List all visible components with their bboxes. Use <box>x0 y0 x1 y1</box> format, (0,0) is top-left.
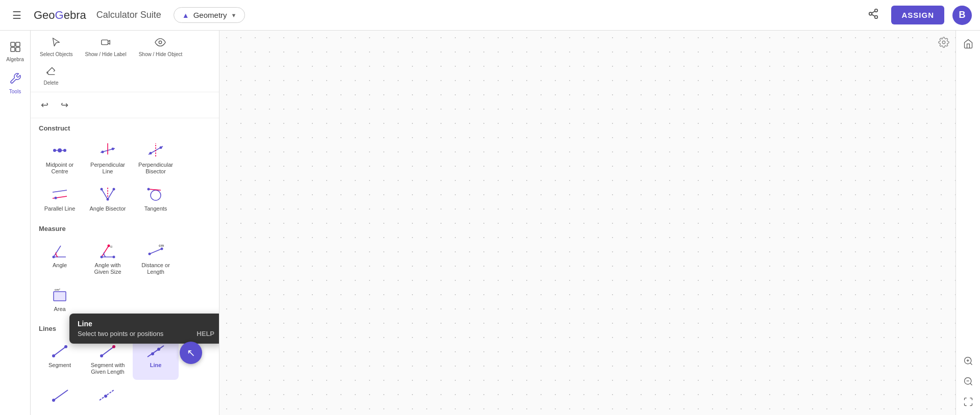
segment-tool[interactable]: Segment <box>37 338 83 379</box>
select-icon <box>51 37 62 50</box>
svg-rect-5 <box>11 42 15 46</box>
select-label: Select Objects <box>40 51 72 57</box>
svg-point-37 <box>53 255 55 258</box>
svg-point-21 <box>150 152 152 154</box>
eraser-icon <box>45 65 57 79</box>
area-label: Area <box>54 306 65 313</box>
angle-label: Angle <box>53 262 67 269</box>
segment-given-length-tool[interactable]: Segment with Given Length <box>85 338 131 379</box>
svg-line-70 <box>970 383 972 385</box>
svg-point-41 <box>113 255 115 258</box>
svg-point-31 <box>113 188 115 191</box>
midpoint-centre-tool[interactable]: Midpoint or Centre <box>37 137 83 179</box>
svg-point-32 <box>151 190 161 200</box>
tangents-label: Tangents <box>144 205 167 212</box>
svg-line-27 <box>108 189 114 199</box>
svg-point-51 <box>52 354 55 357</box>
svg-line-36 <box>54 246 61 257</box>
zoom-out-button[interactable] <box>959 372 977 391</box>
select-objects-tool[interactable]: Select Objects <box>36 35 77 59</box>
svg-rect-8 <box>16 47 20 51</box>
svg-rect-6 <box>16 42 20 46</box>
svg-line-60 <box>54 390 68 400</box>
construct-tools-grid: Midpoint or Centre Perpendicular Line <box>31 135 219 219</box>
midpoint-centre-label: Midpoint or Centre <box>40 162 80 175</box>
help-link[interactable]: HELP <box>197 330 214 338</box>
canvas-grid <box>219 31 955 415</box>
svg-line-53 <box>102 347 114 356</box>
angle-bisector-tool[interactable]: Angle Bisector <box>85 181 131 216</box>
svg-point-10 <box>159 41 162 44</box>
show-hide-object-label: Show / Hide Object <box>139 51 183 57</box>
svg-point-30 <box>101 188 103 191</box>
angle-bisector-label: Angle Bisector <box>90 205 126 212</box>
svg-line-66 <box>970 363 972 365</box>
svg-point-42 <box>108 244 110 247</box>
algebra-label: Algebra <box>6 57 23 62</box>
angle-given-size-tool[interactable]: α Angle with Given Size <box>85 238 131 279</box>
svg-point-17 <box>102 151 104 153</box>
geometry-label: Geometry <box>193 11 227 19</box>
perpendicular-bisector-label: Perpendicular Bisector <box>136 162 176 175</box>
svg-point-22 <box>160 146 162 149</box>
assign-button[interactable]: ASSIGN <box>891 6 944 24</box>
geometry-button[interactable]: ▲ Geometry ▼ <box>174 7 246 23</box>
sidebar-item-tools[interactable]: Tools <box>2 68 29 98</box>
angle-given-size-label: Angle with Given Size <box>88 262 128 275</box>
menu-icon[interactable]: ☰ <box>8 5 26 25</box>
svg-line-57 <box>148 346 164 357</box>
tools-icon <box>9 72 21 88</box>
zoom-in-button[interactable] <box>959 352 977 370</box>
perpendicular-bisector-tool[interactable]: Perpendicular Bisector <box>133 137 179 179</box>
tangents-tool[interactable]: Tangents <box>133 181 179 216</box>
svg-point-63 <box>104 395 107 398</box>
svg-text:cm: cm <box>159 244 164 247</box>
segment-label: Segment <box>48 362 71 369</box>
line-label: Line <box>150 362 162 369</box>
canvas-area[interactable] <box>219 31 955 415</box>
tooltip-popup: Line Select two points or positions HELP <box>69 314 219 344</box>
chevron-down-icon: ▼ <box>231 12 237 18</box>
svg-rect-48 <box>54 292 66 301</box>
perpendicular-line-tool[interactable]: Perpendicular Line <box>85 137 131 179</box>
ray-tool-2[interactable] <box>85 382 131 410</box>
segment-given-length-label: Segment with Given Length <box>88 362 128 375</box>
line-tool[interactable]: Line <box>133 338 179 379</box>
svg-point-59 <box>157 348 160 351</box>
avatar[interactable]: B <box>952 6 972 25</box>
fullscreen-button[interactable] <box>959 393 977 411</box>
sidebar-item-algebra[interactable]: Algebra <box>2 37 29 66</box>
svg-line-4 <box>872 11 875 13</box>
show-hide-object-tool[interactable]: Show / Hide Object <box>135 35 187 59</box>
parallel-line-tool[interactable]: Parallel Line <box>37 181 83 216</box>
delete-tool[interactable]: Delete <box>36 63 66 88</box>
tools-label: Tools <box>9 89 21 94</box>
show-hide-label-tool[interactable]: Show / Hide Label <box>81 35 130 59</box>
ray-tool-1[interactable] <box>37 382 83 410</box>
distance-length-tool[interactable]: cm Distance or Length <box>133 238 179 279</box>
geometry-icon: ▲ <box>182 11 189 19</box>
svg-point-25 <box>55 197 57 199</box>
share-icon[interactable] <box>864 4 883 26</box>
show-hide-label-label: Show / Hide Label <box>85 51 126 57</box>
parallel-line-label: Parallel Line <box>44 205 76 212</box>
delete-label: Delete <box>44 80 59 86</box>
measure-section-label: Measure <box>31 219 219 236</box>
home-button[interactable] <box>959 35 977 53</box>
svg-point-18 <box>112 148 114 150</box>
cursor-arrow-icon: ↖ <box>187 347 195 359</box>
settings-gear-icon[interactable] <box>938 37 949 50</box>
cursor-fab[interactable]: ↖ <box>180 342 202 364</box>
svg-text:α: α <box>110 245 112 248</box>
distance-length-label: Distance or Length <box>136 262 176 275</box>
svg-point-45 <box>149 252 151 255</box>
angle-tool[interactable]: Angle <box>37 238 83 279</box>
undo-button[interactable]: ↩ <box>37 97 53 113</box>
measure-tools-grid: Angle α Angle with Given Size <box>31 236 219 319</box>
area-tool[interactable]: cm² Area <box>37 281 83 317</box>
svg-text:cm²: cm² <box>55 288 60 291</box>
svg-line-26 <box>102 189 108 199</box>
sidebar-icons: Algebra Tools <box>0 31 31 415</box>
svg-point-64 <box>942 41 945 44</box>
redo-button[interactable]: ↪ <box>57 97 72 113</box>
